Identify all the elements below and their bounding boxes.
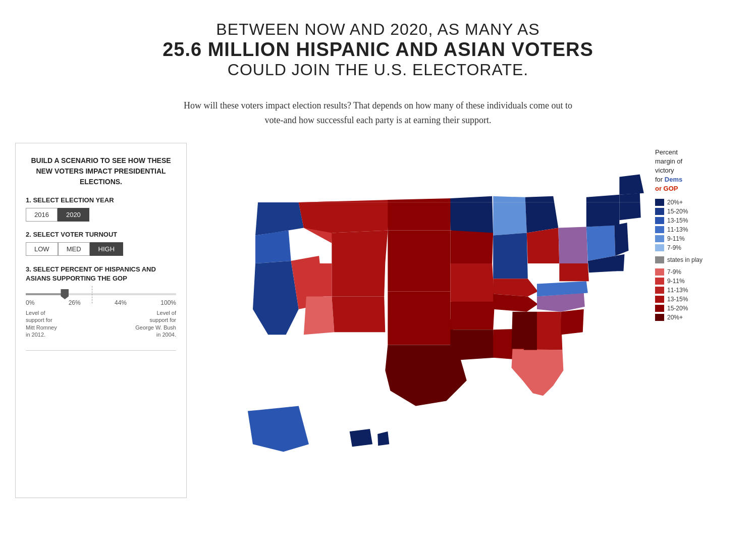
state-la bbox=[450, 330, 495, 360]
legend-swatch-gop-15-20 bbox=[655, 305, 664, 312]
legend-dems-label: Dems bbox=[665, 176, 682, 183]
turnout-med-button[interactable]: MED bbox=[58, 242, 90, 256]
year-button-group: 2016 2020 bbox=[26, 208, 176, 222]
slider-fill bbox=[26, 293, 65, 295]
slider-thumb[interactable] bbox=[61, 289, 69, 299]
state-az bbox=[304, 296, 335, 335]
legend-swatch-dem-7-9 bbox=[655, 244, 664, 251]
map-area: Percentmargin ofvictoryfor Demsor GOP 20… bbox=[197, 143, 741, 498]
subtitle: How will these voters impact election re… bbox=[176, 98, 580, 128]
legend-label-gop-11-13: 11-13% bbox=[667, 287, 688, 294]
state-in bbox=[527, 228, 560, 263]
slider-label-0: 0% bbox=[26, 299, 34, 306]
state-sc bbox=[561, 309, 583, 334]
legend-label-dem-13-15: 13-15% bbox=[667, 217, 688, 224]
main-content: BUILD A SCENARIO TO SEE HOW THESE NEW VO… bbox=[0, 143, 756, 513]
slider-dotted-line bbox=[92, 286, 92, 303]
legend-item-gop-7-9: 7-9% bbox=[655, 268, 741, 276]
panel-divider bbox=[26, 350, 176, 351]
state-sd bbox=[388, 230, 450, 263]
header-line1: BETWEEN NOW AND 2020, AS MANY AS bbox=[76, 20, 680, 39]
legend-swatch-dem-11-13 bbox=[655, 226, 664, 233]
legend-item-gop-13-15: 13-15% bbox=[655, 296, 741, 303]
left-panel: BUILD A SCENARIO TO SEE HOW THESE NEW VO… bbox=[15, 143, 187, 498]
legend-swatch-gop-11-13 bbox=[655, 287, 664, 294]
slider-label-44: 44% bbox=[115, 299, 127, 306]
map-legend: Percentmargin ofvictoryfor Demsor GOP 20… bbox=[655, 143, 741, 323]
legend-item-dem-20plus: 20%+ bbox=[655, 199, 741, 206]
state-ak bbox=[248, 406, 309, 452]
slider-track bbox=[26, 293, 176, 295]
legend-item-dem-9-11: 9-11% bbox=[655, 235, 741, 242]
legend-label-dem-20plus: 20%+ bbox=[667, 199, 683, 206]
state-wi bbox=[493, 196, 527, 235]
legend-swatch-dem-20plus bbox=[655, 199, 664, 206]
legend-states-in-play: states in play bbox=[655, 256, 741, 263]
state-ar bbox=[450, 301, 495, 329]
legend-swatch-dem-15-20 bbox=[655, 208, 664, 215]
legend-label-gop-13-15: 13-15% bbox=[667, 296, 688, 303]
state-pa bbox=[586, 225, 616, 261]
year-2020-button[interactable]: 2020 bbox=[58, 208, 89, 222]
header-line3: COULD JOIN THE U.S. ELECTORATE. bbox=[76, 61, 680, 79]
state-vt-nh-me bbox=[619, 174, 643, 194]
state-oh bbox=[558, 227, 588, 263]
legend-title: Percentmargin ofvictoryfor Demsor GOP bbox=[655, 148, 741, 194]
state-nd bbox=[388, 198, 451, 230]
state-nm bbox=[332, 296, 385, 332]
state-ut bbox=[304, 263, 332, 297]
legend-label-dem-7-9: 7-9% bbox=[667, 244, 681, 251]
state-ct-ma bbox=[619, 193, 640, 220]
state-hi bbox=[350, 429, 372, 447]
slider-sublabels: Level ofsupport forMitt Romneyin 2012. L… bbox=[26, 309, 176, 338]
legend-item-dem-15-20: 15-20% bbox=[655, 208, 741, 215]
legend-label-dem-9-11: 9-11% bbox=[667, 235, 685, 242]
state-il bbox=[493, 233, 528, 279]
state-ne bbox=[388, 263, 450, 291]
legend-swatch-gop-13-15 bbox=[655, 296, 664, 303]
state-co bbox=[332, 263, 385, 297]
legend-swatch-gop-9-11 bbox=[655, 278, 664, 285]
legend-item-dem-11-13: 11-13% bbox=[655, 226, 741, 233]
state-ok bbox=[388, 318, 456, 345]
legend-label-gop-20plus: 20%+ bbox=[667, 314, 683, 321]
legend-swatch-states-in-play bbox=[655, 256, 664, 263]
state-de bbox=[614, 254, 624, 270]
slider-container bbox=[26, 293, 176, 295]
section2-label: 2. SELECT VOTER TURNOUT bbox=[26, 231, 176, 238]
legend-item-gop-11-13: 11-13% bbox=[655, 287, 741, 294]
turnout-high-button[interactable]: HIGH bbox=[90, 242, 124, 256]
slider-label-26: 26% bbox=[69, 299, 81, 306]
slider-labels: 0% 26% 44% 100% bbox=[26, 299, 176, 306]
legend-label-gop-9-11: 9-11% bbox=[667, 278, 685, 285]
state-wv bbox=[559, 263, 589, 281]
legend-item-dem-13-15: 13-15% bbox=[655, 217, 741, 224]
legend-label-dem-15-20: 15-20% bbox=[667, 208, 688, 215]
legend-item-gop-9-11: 9-11% bbox=[655, 278, 741, 285]
map-svg-container bbox=[197, 143, 655, 498]
state-ks bbox=[388, 291, 450, 318]
state-mn bbox=[450, 196, 493, 235]
legend-swatch-gop-20plus bbox=[655, 314, 664, 321]
legend-label-gop-15-20: 15-20% bbox=[667, 305, 688, 312]
section3-label: 3. SELECT PERCENT OF HISPANICS AND ASIAN… bbox=[26, 265, 176, 283]
slider-section: 3. SELECT PERCENT OF HISPANICS AND ASIAN… bbox=[26, 265, 176, 339]
legend-label-dem-11-13: 11-13% bbox=[667, 226, 688, 233]
section1-label: 1. SELECT ELECTION YEAR bbox=[26, 196, 176, 204]
state-ia bbox=[450, 230, 493, 263]
turnout-low-button[interactable]: LOW bbox=[26, 242, 58, 256]
slider-sublabel-romney: Level ofsupport forMitt Romneyin 2012. bbox=[26, 309, 57, 338]
state-mi bbox=[525, 196, 559, 233]
state-hi2 bbox=[377, 431, 389, 446]
state-mo bbox=[450, 263, 495, 304]
state-mt bbox=[299, 200, 391, 233]
legend-swatch-dem-9-11 bbox=[655, 235, 664, 242]
year-2016-button[interactable]: 2016 bbox=[26, 208, 58, 222]
state-wy bbox=[332, 230, 388, 263]
header-line2: 25.6 MILLION HISPANIC AND ASIAN VOTERS bbox=[76, 39, 680, 61]
legend-swatch-gop-7-9 bbox=[655, 268, 664, 276]
state-ny bbox=[586, 194, 620, 227]
state-nj bbox=[614, 223, 628, 256]
slider-sublabel-bush: Level ofsupport forGeorge W. Bushin 2004… bbox=[135, 309, 176, 338]
legend-swatch-dem-13-15 bbox=[655, 217, 664, 224]
